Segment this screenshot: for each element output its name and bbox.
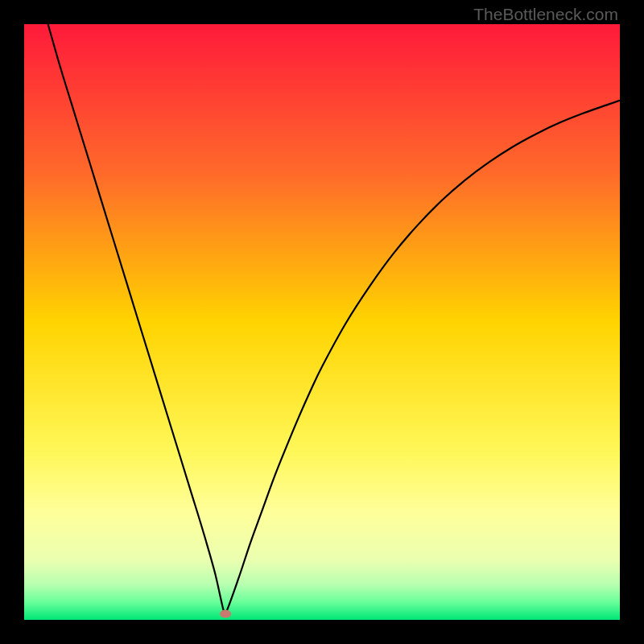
minimum-marker <box>220 610 231 618</box>
plot-area <box>24 24 620 620</box>
chart-container: TheBottleneck.com <box>0 0 644 644</box>
watermark-text: TheBottleneck.com <box>473 5 618 24</box>
bottleneck-curve <box>48 24 620 615</box>
curve-layer <box>24 24 620 620</box>
